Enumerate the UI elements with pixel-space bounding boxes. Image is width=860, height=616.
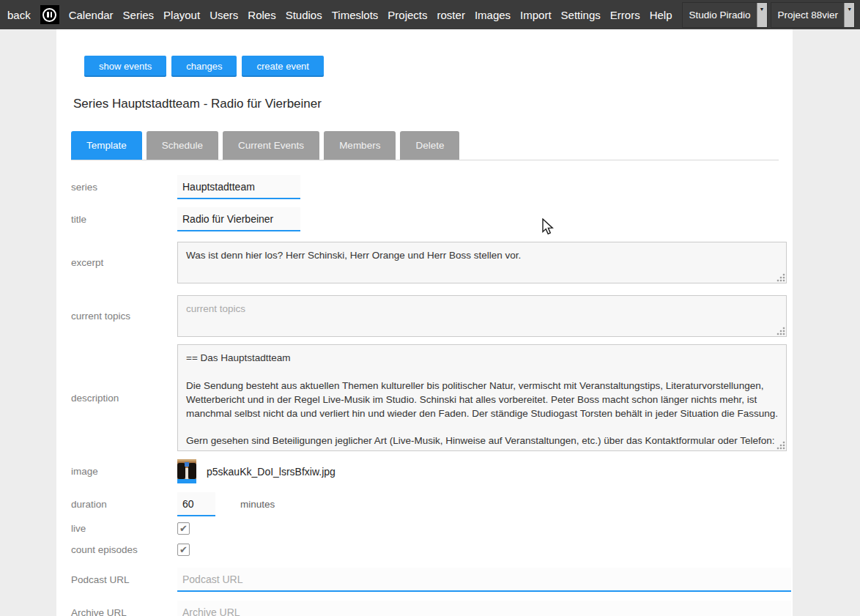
create-event-button[interactable]: create event	[242, 56, 324, 77]
nav-playout[interactable]: Playout	[163, 9, 200, 21]
archive-url-label: Archive URL	[71, 607, 177, 616]
count-episodes-label: count episodes	[71, 544, 177, 555]
series-label: series	[71, 182, 177, 193]
image-filename: p5skauKk_DoI_lsrsBfxiw.jpg	[207, 466, 336, 478]
duration-unit-label: minutes	[240, 499, 275, 510]
description-label: description	[71, 393, 177, 404]
nav-import[interactable]: Import	[520, 9, 552, 21]
project-select-arrow[interactable]: ▼	[844, 3, 854, 27]
excerpt-textarea[interactable]: Was ist denn hier los? Herr Schinski, He…	[177, 242, 787, 283]
count-episodes-checkbox[interactable]: ✔	[177, 543, 190, 556]
series-input[interactable]	[177, 175, 300, 199]
project-select-value: Project 88vier	[778, 10, 845, 21]
nav-images[interactable]: Images	[475, 9, 511, 21]
check-icon: ✔	[179, 524, 188, 533]
nav-users[interactable]: Users	[210, 9, 238, 21]
changes-button[interactable]: changes	[171, 56, 237, 77]
count-episodes-row: count episodes ✔	[71, 543, 793, 556]
check-icon: ✔	[179, 545, 188, 554]
image-label: image	[71, 466, 177, 477]
template-form: series title excerpt Was ist denn hier l…	[71, 175, 793, 616]
chevron-down-icon: ▼	[760, 7, 765, 12]
live-label: live	[71, 523, 177, 534]
podcast-url-row: Podcast URL	[71, 568, 793, 592]
page-title: Series Hauptstadtteam - Radio für Vierbe…	[73, 97, 793, 111]
tab-schedule[interactable]: Schedule	[147, 131, 218, 160]
nav-roles[interactable]: Roles	[248, 9, 275, 21]
series-row: series	[71, 175, 793, 199]
piradio-logo-icon[interactable]	[40, 5, 59, 24]
nav-series[interactable]: Series	[123, 9, 155, 21]
tab-members[interactable]: Members	[324, 131, 396, 160]
title-label: title	[71, 214, 177, 225]
duration-label: duration	[71, 499, 177, 510]
nav-studios[interactable]: Studios	[286, 9, 322, 21]
nav-errors[interactable]: Errors	[610, 9, 640, 21]
archive-url-row: Archive URL	[71, 601, 793, 616]
content-area: show events changes create event Series …	[56, 29, 793, 616]
title-row: title	[71, 207, 793, 231]
archive-url-input[interactable]	[177, 601, 791, 616]
podcast-url-input[interactable]	[177, 568, 791, 592]
current-topics-textarea[interactable]	[177, 295, 787, 337]
tab-delete[interactable]: Delete	[400, 131, 459, 160]
duration-row: duration minutes	[71, 492, 793, 516]
show-events-button[interactable]: show events	[84, 56, 166, 77]
image-row: image p5skauKk_DoI_lsrsBfxiw.jpg	[71, 459, 793, 483]
current-topics-label: current topics	[71, 311, 177, 322]
nav-calendar[interactable]: Calendar	[69, 9, 114, 21]
studio-select[interactable]: Studio Piradio ▼	[682, 2, 768, 28]
podcast-url-label: Podcast URL	[71, 574, 177, 585]
description-textarea[interactable]: == Das Hauptstadtteam Die Sendung besteh…	[177, 344, 787, 451]
title-input[interactable]	[177, 207, 300, 231]
duration-input[interactable]	[177, 492, 215, 516]
project-select[interactable]: Project 88vier ▼	[771, 2, 856, 28]
nav-projects[interactable]: Projects	[388, 9, 427, 21]
series-image-thumbnail[interactable]	[177, 459, 196, 483]
toolbar: show events changes create event	[84, 29, 793, 77]
nav-help[interactable]: Help	[650, 9, 672, 21]
nav-settings[interactable]: Settings	[561, 9, 601, 21]
current-topics-row: current topics	[71, 295, 793, 337]
studio-select-value: Studio Piradio	[689, 10, 757, 21]
tab-bar: Template Schedule Current Events Members…	[71, 131, 779, 160]
excerpt-label: excerpt	[71, 257, 177, 268]
live-checkbox[interactable]: ✔	[177, 522, 190, 535]
top-navbar: back Calendar Series Playout Users Roles…	[0, 0, 860, 29]
studio-select-arrow[interactable]: ▼	[757, 3, 767, 27]
excerpt-row: excerpt Was ist denn hier los? Herr Schi…	[71, 242, 793, 283]
nav-back[interactable]: back	[7, 9, 31, 21]
live-row: live ✔	[71, 522, 793, 535]
pause-icon	[42, 8, 56, 22]
description-row: description == Das Hauptstadtteam Die Se…	[71, 344, 793, 451]
tab-current-events[interactable]: Current Events	[223, 131, 319, 160]
chevron-down-icon: ▼	[847, 7, 852, 12]
nav-timeslots[interactable]: Timeslots	[332, 9, 379, 21]
nav-roster[interactable]: roster	[437, 9, 465, 21]
tab-template[interactable]: Template	[71, 131, 142, 160]
